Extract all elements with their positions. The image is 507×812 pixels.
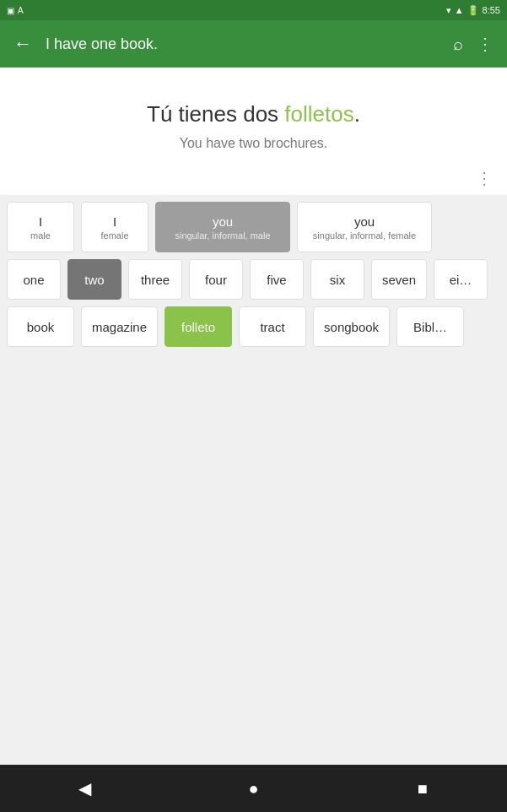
chip-i-male-main: I — [39, 214, 42, 229]
chip-bible[interactable]: Bibl… — [396, 306, 464, 347]
chip-you-informal-male-main: you — [213, 214, 233, 229]
chip-i-male-sub: male — [30, 230, 51, 241]
chip-seven-label: seven — [382, 273, 416, 287]
signal-icon: ▲ — [455, 5, 464, 15]
content-more-options[interactable]: ⋮ — [476, 168, 494, 188]
nav-recents-button[interactable]: ■ — [406, 771, 440, 805]
chip-i-female-sub: female — [100, 230, 128, 241]
chip-four-label: four — [205, 273, 227, 287]
number-row: one two three four five six seven ei… — [7, 259, 500, 300]
spanish-text-prefix: Tú tienes dos — [147, 101, 278, 127]
chip-book-label: book — [27, 320, 55, 334]
chip-folleto[interactable]: folleto — [165, 306, 232, 347]
chip-eight-label: ei… — [450, 273, 472, 287]
chip-tract[interactable]: tract — [239, 306, 306, 347]
pronoun-row: I male I female you singular, informal, … — [7, 202, 500, 252]
spanish-punct: . — [354, 101, 360, 127]
time-display: 8:55 — [483, 5, 500, 15]
chip-one-label: one — [23, 273, 44, 287]
wifi-icon: ▾ — [446, 5, 451, 16]
chip-i-female[interactable]: I female — [81, 202, 148, 252]
chip-bible-label: Bibl… — [413, 320, 447, 334]
nav-home-button[interactable]: ● — [236, 771, 270, 805]
chip-seven[interactable]: seven — [371, 259, 427, 300]
chip-five-label: five — [267, 273, 286, 287]
search-button[interactable]: ⌕ — [453, 35, 463, 54]
chip-you-informal-female-sub: singular, informal, female — [313, 230, 416, 241]
chip-folleto-label: folleto — [181, 320, 215, 334]
chip-magazine-label: magazine — [92, 320, 147, 334]
spanish-highlight: folletos — [284, 101, 353, 127]
chip-songbook[interactable]: songbook — [313, 306, 390, 347]
chip-eight[interactable]: ei… — [434, 259, 488, 300]
more-options-row: ⋮ — [0, 168, 507, 195]
object-row: book magazine folleto tract songbook Bib… — [7, 306, 500, 347]
chip-book[interactable]: book — [7, 306, 74, 347]
app-bar: ← I have one book. ⌕ ⋮ — [0, 20, 507, 68]
status-bar-right: ▾ ▲ 🔋 8:55 — [446, 5, 500, 16]
chip-i-female-main: I — [113, 214, 116, 229]
nav-bar: ◀ ● ■ — [0, 765, 507, 812]
chip-songbook-label: songbook — [324, 320, 379, 334]
chip-you-informal-female[interactable]: you singular, informal, female — [297, 202, 432, 252]
chip-i-male[interactable]: I male — [7, 202, 74, 252]
chip-magazine[interactable]: magazine — [81, 306, 158, 347]
chip-three-label: three — [141, 273, 170, 287]
main-content: Tú tienes dos folletos. You have two bro… — [0, 68, 507, 765]
notification-icon: ▣ — [7, 6, 14, 15]
english-sentence: You have two brochures. — [180, 136, 328, 151]
chip-you-informal-female-main: you — [354, 214, 375, 229]
battery-icon: 🔋 — [467, 5, 479, 16]
chip-four[interactable]: four — [189, 259, 243, 300]
chip-two[interactable]: two — [67, 259, 121, 300]
chip-tract-label: tract — [260, 320, 284, 334]
status-bar: ▣ A ▾ ▲ 🔋 8:55 — [0, 0, 507, 20]
chip-three[interactable]: three — [128, 259, 182, 300]
app-icon: A — [18, 6, 24, 15]
chips-container: I male I female you singular, informal, … — [0, 195, 507, 765]
chip-six-label: six — [330, 273, 345, 287]
chip-you-informal-male-sub: singular, informal, male — [175, 230, 270, 241]
nav-back-button[interactable]: ◀ — [67, 771, 101, 805]
sentence-area: Tú tienes dos folletos. You have two bro… — [0, 68, 507, 168]
chip-five[interactable]: five — [250, 259, 304, 300]
status-bar-left: ▣ A — [7, 6, 24, 15]
app-bar-actions: ⌕ ⋮ — [453, 34, 494, 54]
chip-six[interactable]: six — [310, 259, 364, 300]
back-button[interactable]: ← — [13, 33, 32, 55]
app-bar-title: I have one book. — [46, 35, 440, 53]
chip-one[interactable]: one — [7, 259, 61, 300]
chip-two-label: two — [84, 273, 104, 287]
chip-you-informal-male[interactable]: you singular, informal, male — [155, 202, 290, 252]
spanish-sentence: Tú tienes dos folletos. — [147, 101, 360, 127]
more-options-button[interactable]: ⋮ — [477, 34, 494, 54]
